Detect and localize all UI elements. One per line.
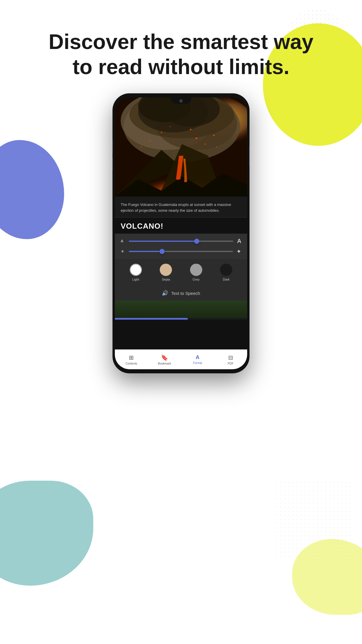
headline-line1: Discover the smartest way	[49, 30, 313, 53]
pdf-icon: ⊟	[228, 354, 233, 361]
book-content-area	[115, 300, 247, 318]
theme-dark-label: Dark	[223, 278, 230, 281]
theme-row: Light Sepia Grey Dark	[115, 259, 247, 286]
tts-label: Text to Speech	[171, 291, 200, 296]
contents-icon: ⊞	[129, 354, 134, 361]
svg-point-17	[213, 134, 215, 136]
brightness-slider-fill	[129, 251, 162, 252]
tts-speaker-icon: 🔊	[162, 290, 168, 296]
theme-light[interactable]: Light	[130, 264, 142, 281]
volcano-image	[115, 97, 247, 197]
book-content-image	[115, 300, 247, 318]
svg-point-16	[170, 126, 171, 127]
bookmark-icon: 🔖	[161, 354, 168, 361]
theme-sepia-label: Sepia	[162, 278, 170, 281]
svg-point-21	[140, 146, 142, 148]
svg-point-18	[149, 141, 150, 142]
bottom-nav: ⊞ Contents 🔖 Bookmark A Format ⊟ PDF	[115, 349, 247, 369]
theme-light-label: Light	[132, 278, 139, 281]
tts-row[interactable]: 🔊 Text to Speech	[115, 286, 247, 300]
phone-notch	[171, 97, 191, 104]
svg-point-14	[205, 144, 206, 145]
phone-outer: The Fuego Volcano in Guatemala erupts at…	[113, 93, 249, 373]
brightness-row: ☀ ✦	[121, 248, 241, 255]
volcano-svg	[115, 97, 247, 197]
bookmark-label: Bookmark	[158, 362, 171, 365]
brightness-slider-thumb[interactable]	[159, 249, 165, 254]
format-icon: A	[196, 354, 199, 360]
theme-grey-label: Grey	[193, 278, 200, 281]
volume-up-button	[113, 140, 113, 153]
svg-point-13	[196, 137, 197, 139]
image-caption: The Fuego Volcano in Guatemala erupts at…	[115, 197, 247, 218]
theme-grey-circle	[190, 264, 202, 276]
nav-bookmark[interactable]: 🔖 Bookmark	[148, 350, 181, 369]
book-title-area: VOLCANO!	[115, 218, 247, 234]
nav-pdf[interactable]: ⊟ PDF	[214, 350, 247, 369]
theme-dark[interactable]: Dark	[220, 264, 232, 281]
font-size-slider[interactable]	[129, 241, 233, 242]
headline: Discover the smartest way to read withou…	[0, 29, 362, 80]
phone-mockup: The Fuego Volcano in Guatemala erupts at…	[113, 93, 249, 373]
front-camera	[179, 99, 183, 103]
svg-point-15	[161, 132, 162, 133]
brightness-high-icon: ✦	[236, 248, 241, 255]
progress-fill	[115, 318, 188, 320]
theme-grey[interactable]: Grey	[190, 264, 202, 281]
brightness-low-icon: ☀	[121, 249, 125, 254]
volume-down-button	[113, 158, 113, 171]
format-label: Format	[193, 361, 202, 365]
yellow-blob-bottom	[292, 539, 362, 615]
controls-panel[interactable]: A A ☀ ✦	[115, 234, 247, 259]
svg-point-20	[216, 146, 217, 148]
font-size-row: A A	[121, 238, 241, 244]
font-slider-fill	[129, 241, 197, 242]
theme-light-circle	[130, 264, 142, 276]
pdf-label: PDF	[228, 362, 233, 365]
theme-dark-circle	[220, 264, 232, 276]
teal-blob-bg	[0, 481, 93, 586]
contents-label: Contents	[126, 362, 137, 365]
font-large-label: A	[237, 238, 241, 244]
svg-point-19	[190, 129, 191, 130]
book-title: VOLCANO!	[121, 222, 241, 231]
caption-text: The Fuego Volcano in Guatemala erupts at…	[121, 202, 241, 213]
reading-progress-bar	[115, 318, 247, 320]
blue-blob-bg	[0, 140, 64, 239]
nav-contents[interactable]: ⊞ Contents	[115, 350, 148, 369]
phone-screen: The Fuego Volcano in Guatemala erupts at…	[115, 97, 247, 369]
power-button	[249, 146, 249, 166]
theme-sepia-circle	[160, 264, 172, 276]
brightness-slider[interactable]	[129, 251, 233, 252]
nav-format[interactable]: A Format	[181, 350, 214, 369]
theme-sepia[interactable]: Sepia	[160, 264, 172, 281]
headline-line2: to read without limits.	[73, 55, 289, 78]
font-small-label: A	[121, 239, 125, 243]
font-slider-thumb[interactable]	[194, 239, 199, 244]
